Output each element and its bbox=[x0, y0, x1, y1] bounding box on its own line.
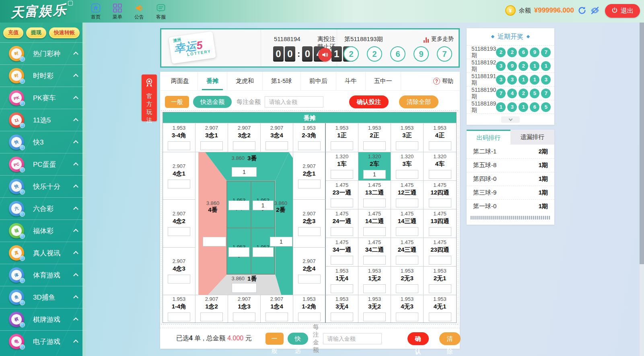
bet-input[interactable] bbox=[396, 284, 418, 293]
bet-input[interactable] bbox=[363, 313, 386, 321]
bet-cell-1无4[interactable]: 1.9531无4 bbox=[326, 267, 358, 295]
bet-input[interactable] bbox=[429, 256, 451, 265]
logout-button[interactable]: 退出 bbox=[605, 4, 640, 18]
amount-input[interactable] bbox=[323, 333, 382, 344]
bet-input[interactable] bbox=[203, 237, 226, 246]
bet-input[interactable] bbox=[363, 170, 386, 179]
bet-input[interactable] bbox=[363, 227, 386, 236]
bet-input[interactable] bbox=[265, 141, 288, 150]
sidebar-item-电子游戏[interactable]: 电电子游戏 bbox=[0, 330, 86, 352]
confirm-bet-button[interactable]: 确认投注 bbox=[407, 332, 429, 345]
expand-button[interactable] bbox=[501, 116, 520, 123]
bet-input[interactable] bbox=[233, 313, 255, 321]
bet-cell-12三通[interactable]: 1.47512三通 bbox=[391, 181, 424, 209]
bet-cell-1念3[interactable]: 2.9071念3 bbox=[228, 295, 261, 323]
bet-input[interactable] bbox=[298, 275, 321, 284]
bet-cell-3无2[interactable]: 1.9533无2 bbox=[358, 295, 391, 323]
bet-cell-24一通[interactable]: 1.47524一通 bbox=[326, 209, 358, 238]
bet-cell-4正[interactable]: 1.9534正 bbox=[424, 123, 456, 152]
bet-input[interactable] bbox=[168, 313, 190, 321]
bet-cell-3-4角[interactable]: 1.9533-4角 bbox=[163, 123, 195, 152]
general-mode-button[interactable]: 一般 bbox=[165, 96, 189, 108]
bet-cell-13二通[interactable]: 1.47513二通 bbox=[358, 181, 391, 209]
bet-cell-4念1[interactable]: 2.9074念1 bbox=[163, 152, 195, 200]
bet-input[interactable] bbox=[331, 284, 353, 293]
bet-input[interactable] bbox=[396, 256, 418, 265]
bet-cell-4车[interactable]: 1.3204车 bbox=[424, 152, 456, 181]
bet-cell-3念2[interactable]: 2.9073念2 bbox=[228, 123, 261, 152]
quick-button-充值[interactable]: 充值 bbox=[3, 27, 23, 38]
bet-cell-双[interactable]: 1.953双 bbox=[251, 228, 275, 275]
sidebar-item-真人视讯[interactable]: 真真人视讯 bbox=[0, 242, 86, 264]
tab-斗牛[interactable]: 斗牛 bbox=[336, 72, 366, 90]
nav-item-support[interactable]: 客服 bbox=[153, 3, 169, 21]
bet-cell-3车[interactable]: 1.3203车 bbox=[391, 152, 424, 181]
bet-input[interactable] bbox=[429, 284, 451, 293]
bet-cell-1正[interactable]: 1.9531正 bbox=[326, 123, 358, 152]
bet-input[interactable] bbox=[363, 256, 386, 265]
eye-off-icon[interactable] bbox=[590, 6, 600, 15]
bet-input[interactable] bbox=[168, 227, 190, 236]
bet-cell-13四通[interactable]: 1.47513四通 bbox=[424, 209, 456, 238]
bet-cell-3念1[interactable]: 2.9073念1 bbox=[195, 123, 228, 152]
bet-input[interactable] bbox=[298, 313, 321, 321]
bet-input[interactable] bbox=[396, 227, 418, 236]
help-link[interactable]: ? 帮助 bbox=[433, 72, 453, 91]
tab-第1-5球[interactable]: 第1-5球 bbox=[263, 72, 301, 90]
bet-cell-23四通[interactable]: 1.47523四通 bbox=[424, 238, 456, 267]
sidebar-item-快乐十分[interactable]: 快快乐十分 bbox=[0, 175, 86, 197]
page-scrollbar-thumb[interactable] bbox=[640, 23, 644, 264]
tab-龙虎和[interactable]: 龙虎和 bbox=[227, 72, 263, 90]
bet-cell-4念3[interactable]: 2.9074念3 bbox=[163, 248, 195, 295]
bet-cell-14三通[interactable]: 1.47514三通 bbox=[391, 209, 424, 238]
bet-input[interactable] bbox=[298, 141, 321, 150]
tab-五中一[interactable]: 五中一 bbox=[366, 72, 401, 90]
bet-input[interactable] bbox=[233, 141, 255, 150]
bet-input[interactable] bbox=[270, 237, 292, 246]
amount-input[interactable] bbox=[265, 96, 323, 108]
bet-input[interactable] bbox=[228, 247, 249, 257]
bet-input[interactable] bbox=[429, 313, 451, 321]
sidebar-item-热门彩种[interactable]: 时热门彩种 bbox=[0, 42, 86, 64]
bet-cell-2念3[interactable]: 2.9072念3 bbox=[293, 200, 326, 247]
bet-cell-3无4[interactable]: 1.9533无4 bbox=[326, 295, 358, 323]
general-mode-button[interactable]: 一般 bbox=[265, 333, 284, 345]
sidebar-item-PC蛋蛋[interactable]: PCPC蛋蛋 bbox=[0, 153, 86, 175]
bet-input[interactable] bbox=[331, 170, 353, 179]
refresh-icon[interactable] bbox=[577, 6, 587, 15]
bet-cell-1念2[interactable]: 2.9071念2 bbox=[195, 295, 228, 323]
bet-cell-24三通[interactable]: 1.47524三通 bbox=[391, 238, 424, 267]
bet-input[interactable] bbox=[253, 201, 274, 210]
bet-cell-小[interactable]: 1.953小 bbox=[251, 181, 275, 228]
bet-cell-2正[interactable]: 1.9532正 bbox=[358, 123, 391, 152]
bet-cell-1车[interactable]: 1.3201车 bbox=[326, 152, 358, 181]
quick-button-快速转账[interactable]: 快速转账 bbox=[49, 27, 80, 38]
quick-button-提现[interactable]: 提现 bbox=[26, 27, 46, 38]
sidebar-item-11选5[interactable]: 1111选5 bbox=[0, 109, 86, 131]
bet-input[interactable] bbox=[232, 167, 257, 177]
bet-cell-4念2[interactable]: 2.9074念2 bbox=[163, 200, 195, 247]
tab-番摊[interactable]: 番摊 bbox=[198, 72, 227, 90]
bet-input[interactable] bbox=[396, 199, 418, 207]
clear-all-button[interactable]: 清除全部 bbox=[399, 95, 438, 108]
bet-input[interactable] bbox=[331, 199, 353, 207]
tab-两面盘[interactable]: 两面盘 bbox=[163, 72, 198, 90]
bet-input[interactable] bbox=[396, 141, 418, 150]
bet-input[interactable] bbox=[228, 201, 249, 210]
bet-cell-4无3[interactable]: 1.9534无3 bbox=[391, 295, 424, 323]
bet-input[interactable] bbox=[363, 284, 386, 293]
bet-input[interactable] bbox=[232, 283, 257, 293]
bet-input[interactable] bbox=[331, 256, 353, 265]
sidebar-item-体育游戏[interactable]: 体体育游戏 bbox=[0, 264, 86, 286]
clear-all-button[interactable]: 清除全部 bbox=[439, 332, 461, 345]
quick-amount-button[interactable]: 快选金额 bbox=[288, 333, 308, 345]
bet-cell-2念1[interactable]: 2.9072念1 bbox=[293, 152, 326, 200]
nav-item-menu[interactable]: 菜单 bbox=[110, 3, 125, 21]
bet-cell-1-2角[interactable]: 1.9531-2角 bbox=[293, 295, 326, 323]
bet-cell-1-4角[interactable]: 1.9531-4角 bbox=[163, 295, 195, 323]
nav-item-announcement[interactable]: 公告 bbox=[132, 3, 147, 21]
bet-cell-3念4[interactable]: 2.9073念4 bbox=[261, 123, 293, 152]
bet-cell-2-3角[interactable]: 1.9532-3角 bbox=[293, 123, 326, 152]
bet-input[interactable] bbox=[331, 227, 353, 236]
sound-toggle-icon[interactable] bbox=[318, 48, 332, 62]
